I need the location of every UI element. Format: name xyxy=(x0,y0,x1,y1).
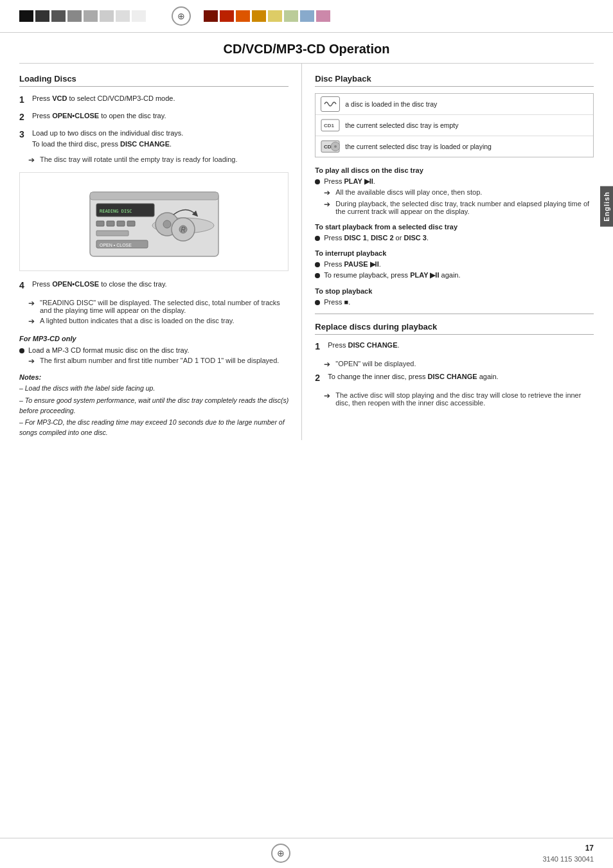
page-number: 17 xyxy=(585,844,594,853)
disc-icon-legend: a disc is loaded in the disc tray CD1 th… xyxy=(315,93,594,157)
disc-icon-cd1-loaded: CD1 xyxy=(321,139,340,154)
sq6 xyxy=(100,10,114,22)
step-2: 2 Press OPEN•CLOSE to open the disc tray… xyxy=(19,111,289,124)
page-title: CD/VCD/MP3-CD Operation xyxy=(19,42,594,57)
bullet-dot-interrupt2 xyxy=(315,273,320,278)
sq5 xyxy=(84,10,98,22)
sq7 xyxy=(116,10,130,22)
sqr4 xyxy=(252,10,266,22)
sqr1 xyxy=(204,10,218,22)
notes-section: Notes: – Load the discs with the label s… xyxy=(19,373,289,438)
start-playback-section: To start playback from a selected disc t… xyxy=(315,223,594,242)
mp3-bullet-text: Load a MP-3 CD format music disc on the … xyxy=(28,346,189,354)
sqr2 xyxy=(220,10,234,22)
disc-icon-wave xyxy=(321,96,340,112)
mp3-bullet: Load a MP-3 CD format music disc on the … xyxy=(19,346,289,354)
bullet-dot-play-all xyxy=(315,179,320,184)
sq8 xyxy=(132,10,146,22)
step-3-note-text: The disc tray will rotate until the empt… xyxy=(40,155,238,164)
interrupt-bullet1-text: Press PAUSE ▶II. xyxy=(324,260,381,269)
step-4-num: 4 xyxy=(19,279,28,292)
note-line-1: – Load the discs with the label side fac… xyxy=(19,384,289,394)
disc-row-3-label: the current selected disc tray is loaded… xyxy=(345,143,492,150)
compass-icon-bottom: ⊕ xyxy=(271,844,290,863)
main-content: Loading Discs 1 Press VCD to select CD/V… xyxy=(0,64,613,440)
step-4: 4 Press OPEN•CLOSE to close the disc tra… xyxy=(19,279,289,292)
step-2-content: Press OPEN•CLOSE to open the disc tray. xyxy=(32,111,289,124)
replace-heading: Replace discs during playback xyxy=(315,322,594,335)
disc-playback-heading: Disc Playback xyxy=(315,74,594,87)
interrupt-playback-section: To interrupt playback Press PAUSE ▶II. T… xyxy=(315,249,594,279)
svg-rect-10 xyxy=(96,221,104,226)
svg-rect-14 xyxy=(96,231,129,236)
replace-step-1-content: Press DISC CHANGE. xyxy=(328,340,594,353)
player-image: READING DISC R xyxy=(19,172,289,271)
svg-text:CD1: CD1 xyxy=(324,123,335,128)
color-squares-right xyxy=(204,10,330,22)
notes-heading: Notes: xyxy=(19,373,289,381)
step-1-content: Press VCD to select CD/VCD/MP3-CD mode. xyxy=(32,93,289,107)
start-playback-bullet: Press DISC 1, DISC 2 or DISC 3. xyxy=(315,234,594,242)
sqr7 xyxy=(300,10,314,22)
bottom-bar: ⊕ 17 3140 115 30041 xyxy=(0,838,613,868)
stop-playback-section: To stop playback Press ■. xyxy=(315,287,594,306)
svg-point-6 xyxy=(163,220,171,228)
sqr6 xyxy=(284,10,298,22)
sq1 xyxy=(19,10,33,22)
page-title-bar: CD/VCD/MP3-CD Operation xyxy=(19,33,594,64)
start-playback-heading: To start playback from a selected disc t… xyxy=(315,223,594,231)
step-3-note: ➔ The disc tray will rotate until the em… xyxy=(28,155,289,164)
note-line-2: – To ensure good system performance, wai… xyxy=(19,396,289,416)
interrupt-playback-heading: To interrupt playback xyxy=(315,249,594,257)
disc-icon-cd1-empty: CD1 xyxy=(321,118,340,133)
disc-row-2: CD1 the current selected disc tray is em… xyxy=(315,115,593,136)
svg-text:READING DISC: READING DISC xyxy=(100,209,132,214)
svg-point-22 xyxy=(334,145,337,148)
replace-step-2: 2 To change the inner disc, press DISC C… xyxy=(315,371,594,385)
play-all-bullet: Press PLAY ▶II. xyxy=(315,177,594,186)
play-all-note1-text: All the available discs will play once, … xyxy=(335,188,482,197)
arrow-icon-3: ➔ xyxy=(28,155,37,164)
replace-step-2-note: ➔ The active disc will stop playing and … xyxy=(324,391,594,407)
step-4-note1-text: "READING DISC" will be displayed. The se… xyxy=(40,299,289,314)
sq2 xyxy=(35,10,49,22)
doc-number: 3140 115 30041 xyxy=(542,855,594,863)
svg-rect-12 xyxy=(117,221,125,226)
sq4 xyxy=(67,10,82,22)
mp3-note1: ➔ The first album number and first title… xyxy=(28,357,289,366)
play-all-bullet-text: Press PLAY ▶II. xyxy=(324,177,375,186)
bottom-compass: ⊕ xyxy=(258,844,303,863)
mp3-section: For MP3-CD only Load a MP-3 CD format mu… xyxy=(19,335,289,366)
loading-discs-heading: Loading Discs xyxy=(19,74,289,87)
play-all-section: To play all discs on the disc tray Press… xyxy=(315,166,594,215)
step-1: 1 Press VCD to select CD/VCD/MP3-CD mode… xyxy=(19,93,289,107)
arrow-icon-mp3: ➔ xyxy=(28,357,37,366)
step-4-note2-text: A lighted button indicates that a disc i… xyxy=(40,317,234,326)
english-sidebar-tab: English xyxy=(600,186,613,227)
bullet-dot-stop xyxy=(315,300,320,305)
sqr8 xyxy=(316,10,330,22)
replace-steps: 1 Press DISC CHANGE. xyxy=(315,340,594,353)
svg-rect-13 xyxy=(127,221,135,226)
left-column: Loading Discs 1 Press VCD to select CD/V… xyxy=(19,64,289,440)
play-all-note2-text: During playback, the selected disc tray,… xyxy=(335,200,594,215)
replace-step-1: 1 Press DISC CHANGE. xyxy=(315,340,594,353)
replace-step-1-note: ➔ "OPEN" will be displayed. xyxy=(324,360,594,369)
replace-section: Replace discs during playback 1 Press DI… xyxy=(315,322,594,407)
start-playback-bullet-text: Press DISC 1, DISC 2 or DISC 3. xyxy=(324,234,429,242)
disc-row-1: a disc is loaded in the disc tray xyxy=(315,94,593,115)
stop-playback-heading: To stop playback xyxy=(315,287,594,295)
bullet-dot-start xyxy=(315,236,320,241)
svg-text:OPEN • CLOSE: OPEN • CLOSE xyxy=(100,243,132,247)
arrow-icon-4a: ➔ xyxy=(28,299,37,314)
mp3-note1-text: The first album number and first title n… xyxy=(40,357,279,366)
disc-row-2-label: the current selected disc tray is empty xyxy=(345,121,458,129)
replace-steps-2: 2 To change the inner disc, press DISC C… xyxy=(315,371,594,385)
arrow-icon-play2: ➔ xyxy=(324,200,333,215)
replace-step-2-content: To change the inner disc, press DISC CHA… xyxy=(328,371,594,385)
interrupt-bullet2: To resume playback, press PLAY ▶II again… xyxy=(315,271,594,279)
step-1-num: 1 xyxy=(19,93,28,107)
mp3-heading: For MP3-CD only xyxy=(19,335,289,342)
step-3-content: Load up to two discs on the individual d… xyxy=(32,128,289,149)
replace-step-2-num: 2 xyxy=(315,371,324,385)
